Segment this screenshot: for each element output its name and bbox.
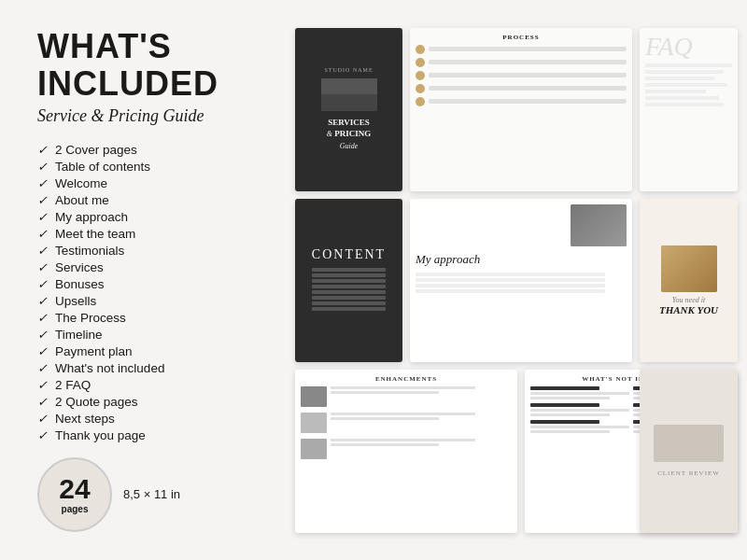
- enhancement-item: [301, 386, 512, 407]
- text-line: [416, 289, 605, 293]
- faq-line: [645, 90, 706, 93]
- approach-image: [571, 204, 627, 246]
- process-line: [429, 47, 627, 51]
- list-item: ✓My approach: [37, 210, 260, 224]
- ni-item-line: [530, 413, 610, 416]
- enh-text-line: [331, 439, 475, 441]
- ni-item-line: [530, 409, 629, 412]
- check-icon: ✓: [37, 193, 48, 207]
- process-item: [416, 97, 627, 106]
- check-icon: ✓: [37, 361, 48, 375]
- page-size: 8,5 × 11 in: [123, 487, 180, 501]
- check-icon: ✓: [37, 176, 48, 190]
- cards-grid: STUDIO NAME SERVICES & PRICING Guide PRO…: [295, 9, 738, 551]
- process-header: PROCESS: [416, 34, 627, 41]
- client-review-label: CLIENT REVIEW: [657, 469, 720, 477]
- main-title: WHAT'S INCLUDED: [37, 28, 260, 102]
- gold-dot: [416, 84, 425, 93]
- ni-item-title: [530, 386, 599, 390]
- text-line: [416, 278, 605, 282]
- content-line: [312, 301, 386, 305]
- check-icon: ✓: [37, 428, 48, 442]
- thankyou-image: [661, 245, 717, 292]
- content-line: [312, 285, 386, 288]
- faq-line: [645, 70, 724, 74]
- enh-text-line: [331, 443, 439, 446]
- list-item: ✓Testimonials: [37, 244, 260, 258]
- right-panel: STUDIO NAME SERVICES & PRICING Guide PRO…: [288, 0, 747, 560]
- faq-title: FAQ: [645, 34, 732, 60]
- check-icon: ✓: [37, 344, 48, 358]
- enhancement-item: [301, 413, 512, 433]
- list-item: ✓Upsells: [37, 294, 260, 308]
- list-item: ✓2 Quote pages: [37, 395, 260, 409]
- faq-line: [645, 96, 719, 100]
- client-review-card: CLIENT REVIEW: [640, 370, 738, 533]
- enhancements-title: ENHANCMENTS: [301, 375, 512, 383]
- check-icon: ✓: [37, 328, 48, 342]
- list-item: ✓2 Cover pages: [37, 143, 260, 157]
- left-panel: WHAT'S INCLUDED Service & Pricing Guide …: [0, 0, 288, 560]
- list-item: ✓Services: [37, 260, 260, 274]
- content-line: [312, 273, 386, 277]
- check-icon: ✓: [37, 227, 48, 241]
- ni-item-title: [530, 403, 599, 407]
- check-icon: ✓: [37, 294, 48, 308]
- faq-line: [645, 77, 714, 80]
- enh-text-line: [331, 386, 475, 389]
- content-line: [312, 290, 386, 294]
- check-icon: ✓: [37, 260, 48, 274]
- check-icon: ✓: [37, 378, 48, 392]
- content-line: [312, 268, 386, 272]
- cover-title: SERVICES & PRICING Guide: [327, 117, 372, 152]
- process-card: PROCESS: [410, 28, 632, 191]
- enh-thumbnail: [301, 413, 327, 433]
- process-line: [429, 86, 627, 91]
- cover-image: [321, 78, 377, 111]
- list-item: ✓2 FAQ: [37, 378, 260, 392]
- thankyou-card: You need it THANK YOU: [640, 199, 738, 362]
- content-line: [312, 279, 386, 283]
- gold-dot: [416, 71, 425, 80]
- list-item: ✓Timeline: [37, 328, 260, 342]
- subtitle: Service & Pricing Guide: [37, 106, 260, 126]
- gold-dot: [416, 58, 425, 67]
- list-item: ✓The Process: [37, 311, 260, 325]
- faq-line: [645, 83, 727, 87]
- text-line: [416, 273, 605, 276]
- process-item: [416, 58, 627, 67]
- ni-item-line: [530, 426, 629, 428]
- process-item: [416, 84, 627, 93]
- page-count-number: 24: [59, 475, 90, 503]
- thankyou-title: THANK YOU: [659, 304, 718, 315]
- ni-item-title: [530, 420, 599, 424]
- enh-lines: [331, 413, 512, 420]
- content-line: [312, 296, 386, 300]
- faq-line: [645, 103, 724, 106]
- ni-item: [530, 420, 629, 433]
- text-line: [416, 284, 605, 287]
- checklist: ✓2 Cover pages ✓Table of contents ✓Welco…: [37, 143, 260, 442]
- list-item: ✓About me: [37, 193, 260, 207]
- enh-text-line: [331, 417, 439, 420]
- content-line: [312, 307, 386, 311]
- ni-item-line: [530, 430, 610, 433]
- ni-item: [530, 403, 629, 416]
- enh-lines: [331, 439, 512, 446]
- review-pattern: [654, 425, 723, 462]
- ni-item: [530, 386, 629, 399]
- enhancements-card: ENHANCMENTS: [295, 370, 517, 533]
- check-icon: ✓: [37, 143, 48, 157]
- check-icon: ✓: [37, 311, 48, 325]
- list-item: ✓Next steps: [37, 412, 260, 426]
- ni-item-line: [530, 392, 629, 395]
- approach-card: My approach: [410, 199, 632, 362]
- check-icon: ✓: [37, 412, 48, 426]
- enh-lines: [331, 386, 512, 394]
- list-item: ✓Thank you page: [37, 428, 260, 442]
- approach-heading: My approach: [416, 252, 627, 267]
- list-item: ✓Welcome: [37, 176, 260, 190]
- enh-thumbnail: [301, 386, 327, 407]
- process-item: [416, 71, 627, 80]
- check-icon: ✓: [37, 244, 48, 258]
